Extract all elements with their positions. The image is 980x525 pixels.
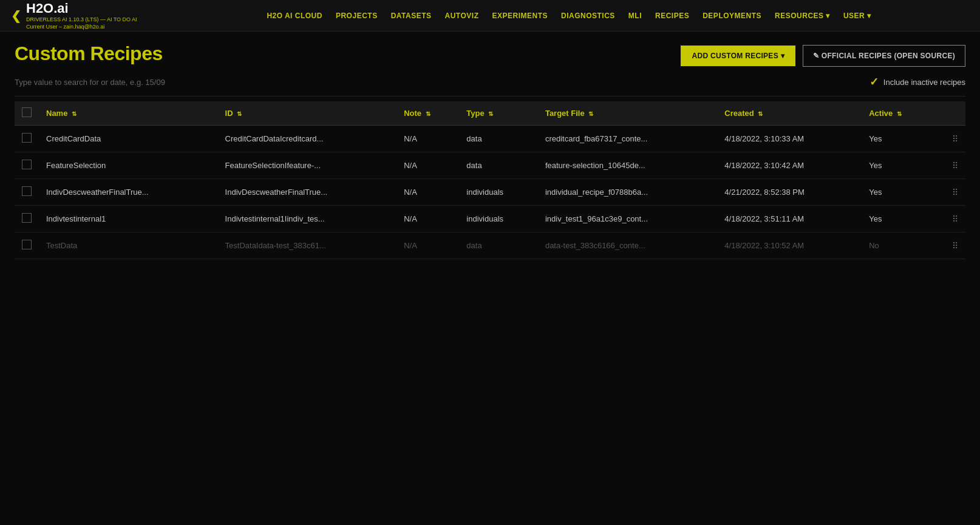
topnav: ❮ H2O.ai DRIVERLESS AI 1.10.3 (LTS) — AI… — [0, 0, 980, 32]
row-actions[interactable]: ⠿ — [934, 179, 965, 206]
page-header: Custom Recipes ADD CUSTOM RECIPES ▾ ✎ OF… — [0, 32, 980, 73]
add-custom-recipes-button[interactable]: ADD CUSTOM RECIPES ▾ — [681, 46, 795, 66]
row-id: Indivtestinternal1Iindiv_tes... — [218, 206, 397, 232]
include-inactive-label: Include inactive recipes — [883, 78, 965, 87]
row-actions[interactable]: ⠿ — [934, 232, 965, 259]
nav-deployments[interactable]: DEPLOYMENTS — [703, 12, 761, 20]
row-target-file: feature-selection_10645de... — [538, 152, 717, 179]
th-actions — [934, 101, 965, 126]
row-checkbox[interactable] — [22, 133, 32, 143]
row-checkbox-cell[interactable] — [15, 126, 39, 152]
th-target-file[interactable]: Target File ⇅ — [538, 101, 717, 126]
row-active: Yes — [862, 179, 934, 206]
select-all-checkbox[interactable] — [22, 107, 32, 117]
nav-resources[interactable]: RESOURCES ▾ — [775, 12, 830, 20]
th-type[interactable]: Type ⇅ — [459, 101, 538, 126]
table-row: IndivDescweatherFinalTrue... IndivDescwe… — [15, 179, 965, 206]
row-checkbox-cell[interactable] — [15, 206, 39, 232]
table-row: Indivtestinternal1 Indivtestinternal1Iin… — [15, 206, 965, 232]
table-header: Name ⇅ ID ⇅ Note ⇅ Type ⇅ Target File ⇅ … — [15, 101, 965, 126]
row-actions[interactable]: ⠿ — [934, 206, 965, 232]
row-created: 4/18/2022, 3:10:52 AM — [717, 232, 862, 259]
row-type: individuals — [459, 179, 538, 206]
row-checkbox-cell[interactable] — [15, 179, 39, 206]
nav-datasets[interactable]: DATASETS — [391, 12, 432, 20]
row-name: FeatureSelection — [39, 152, 218, 179]
row-menu-icon[interactable]: ⠿ — [952, 134, 958, 144]
row-name: TestData — [39, 232, 218, 259]
include-inactive-toggle[interactable]: ✓ Include inactive recipes — [869, 75, 965, 89]
row-target-file: data-test_383c6166_conte... — [538, 232, 717, 259]
table-container: Name ⇅ ID ⇅ Note ⇅ Type ⇅ Target File ⇅ … — [0, 101, 980, 259]
row-type: individuals — [459, 206, 538, 232]
row-checkbox[interactable] — [22, 240, 32, 249]
row-target-file: creditcard_fba67317_conte... — [538, 126, 717, 152]
row-active: Yes — [862, 126, 934, 152]
nav-user[interactable]: USER ▾ — [843, 12, 871, 20]
th-active[interactable]: Active ⇅ — [862, 101, 934, 126]
row-checkbox[interactable] — [22, 160, 32, 169]
row-note: N/A — [396, 152, 459, 179]
nav-projects[interactable]: PROJECTS — [336, 12, 378, 20]
row-created: 4/18/2022, 3:51:11 AM — [717, 206, 862, 232]
row-type: data — [459, 126, 538, 152]
row-checkbox[interactable] — [22, 213, 32, 223]
row-created: 4/18/2022, 3:10:42 AM — [717, 152, 862, 179]
row-active: No — [862, 232, 934, 259]
row-note: N/A — [396, 206, 459, 232]
row-id: CreditCardDataIcreditcard... — [218, 126, 397, 152]
row-actions[interactable]: ⠿ — [934, 126, 965, 152]
search-area: ✓ Include inactive recipes — [0, 73, 980, 96]
row-created: 4/21/2022, 8:52:38 PM — [717, 179, 862, 206]
nav-h2o-ai-cloud[interactable]: H2O AI CLOUD — [267, 12, 322, 20]
row-note: N/A — [396, 179, 459, 206]
row-name: Indivtestinternal1 — [39, 206, 218, 232]
checkmark-icon: ✓ — [869, 75, 879, 89]
table-row: TestData TestDataIdata-test_383c61... N/… — [15, 232, 965, 259]
logo-block: H2O.ai DRIVERLESS AI 1.10.3 (LTS) — AI T… — [26, 1, 137, 30]
th-created[interactable]: Created ⇅ — [717, 101, 862, 126]
row-id: IndivDescweatherFinalTrue... — [218, 179, 397, 206]
table-row: CreditCardData CreditCardDataIcreditcard… — [15, 126, 965, 152]
row-id: TestDataIdata-test_383c61... — [218, 232, 397, 259]
row-target-file: individual_recipe_f0788b6a... — [538, 179, 717, 206]
th-name[interactable]: Name ⇅ — [39, 101, 218, 126]
row-id: FeatureSelectionIfeature-... — [218, 152, 397, 179]
search-input[interactable] — [15, 78, 270, 87]
row-note: N/A — [396, 232, 459, 259]
row-name: IndivDescweatherFinalTrue... — [39, 179, 218, 206]
th-note[interactable]: Note ⇅ — [396, 101, 459, 126]
nav-links: H2O AI CLOUD PROJECTS DATASETS AUTOVIZ E… — [169, 12, 969, 20]
th-id[interactable]: ID ⇅ — [218, 101, 397, 126]
row-menu-icon[interactable]: ⠿ — [952, 241, 958, 251]
logo-subtitle: DRIVERLESS AI 1.10.3 (LTS) — AI TO DO AI… — [26, 16, 137, 30]
nav-experiments[interactable]: EXPERIMENTS — [492, 12, 548, 20]
nav-mli[interactable]: MLI — [628, 12, 642, 20]
row-menu-icon[interactable]: ⠿ — [952, 188, 958, 197]
logo-name: H2O.ai — [26, 1, 137, 16]
row-actions[interactable]: ⠿ — [934, 152, 965, 179]
row-checkbox-cell[interactable] — [15, 232, 39, 259]
row-checkbox[interactable] — [22, 186, 32, 196]
row-note: N/A — [396, 126, 459, 152]
recipes-table: Name ⇅ ID ⇅ Note ⇅ Type ⇅ Target File ⇅ … — [15, 101, 965, 259]
nav-recipes[interactable]: RECIPES — [655, 12, 689, 20]
row-checkbox-cell[interactable] — [15, 152, 39, 179]
row-type: data — [459, 152, 538, 179]
row-active: Yes — [862, 206, 934, 232]
logo-chevron-icon: ❮ — [11, 8, 21, 23]
nav-diagnostics[interactable]: DIAGNOSTICS — [561, 12, 615, 20]
divider — [15, 96, 965, 97]
th-check — [15, 101, 39, 126]
table-body: CreditCardData CreditCardDataIcreditcard… — [15, 126, 965, 259]
row-type: data — [459, 232, 538, 259]
logo-area: ❮ H2O.ai DRIVERLESS AI 1.10.3 (LTS) — AI… — [11, 1, 169, 30]
row-target-file: indiv_test1_96a1c3e9_cont... — [538, 206, 717, 232]
nav-autoviz[interactable]: AUTOVIZ — [445, 12, 479, 20]
row-menu-icon[interactable]: ⠿ — [952, 161, 958, 171]
row-menu-icon[interactable]: ⠿ — [952, 214, 958, 224]
row-active: Yes — [862, 152, 934, 179]
table-row: FeatureSelection FeatureSelectionIfeatur… — [15, 152, 965, 179]
header-actions: ADD CUSTOM RECIPES ▾ ✎ OFFICIAL RECIPES … — [681, 45, 965, 67]
official-recipes-button[interactable]: ✎ OFFICIAL RECIPES (OPEN SOURCE) — [803, 45, 965, 67]
